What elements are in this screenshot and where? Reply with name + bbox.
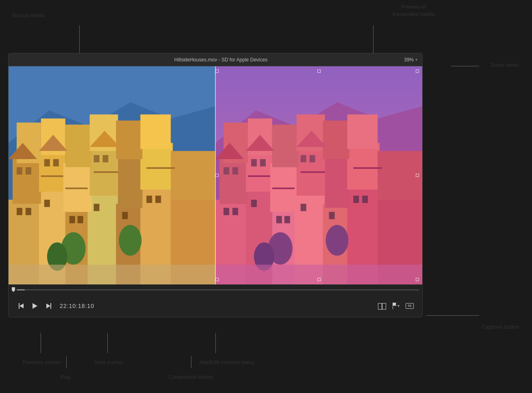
captions-icon: CC bbox=[406, 303, 414, 309]
play-connector bbox=[66, 356, 67, 368]
svg-rect-15 bbox=[171, 151, 215, 200]
svg-rect-85 bbox=[301, 204, 306, 211]
svg-rect-38 bbox=[146, 196, 152, 203]
svg-rect-27 bbox=[44, 159, 50, 166]
handle-mid-right[interactable] bbox=[416, 174, 419, 177]
svg-point-42 bbox=[119, 225, 141, 256]
svg-rect-12 bbox=[90, 147, 120, 196]
zoom-control[interactable]: 39% ▾ bbox=[404, 57, 417, 63]
add-markers-connector bbox=[215, 333, 216, 353]
source-side bbox=[9, 66, 215, 284]
marker-flag-icon bbox=[393, 303, 397, 306]
scrubber-track[interactable] bbox=[17, 289, 419, 290]
prev-marker-connector bbox=[41, 333, 41, 353]
handle-top-right[interactable] bbox=[416, 70, 419, 73]
svg-rect-36 bbox=[94, 204, 100, 211]
zoom-menu-connector bbox=[451, 66, 479, 66]
next-marker-connector bbox=[107, 333, 108, 353]
svg-rect-76 bbox=[251, 159, 257, 166]
zoom-menu-label: Zoom menu bbox=[491, 62, 519, 68]
svg-rect-86 bbox=[329, 212, 334, 219]
handle-bottom-right[interactable] bbox=[416, 278, 419, 281]
svg-rect-61 bbox=[297, 147, 327, 196]
handle-bottom-left[interactable] bbox=[215, 278, 219, 281]
svg-rect-30 bbox=[103, 155, 109, 162]
svg-rect-59 bbox=[246, 151, 272, 192]
svg-rect-18 bbox=[65, 124, 92, 167]
svg-rect-75 bbox=[232, 167, 238, 175]
svg-rect-78 bbox=[301, 155, 306, 162]
svg-rect-62 bbox=[325, 155, 349, 208]
zoom-value: 39% bbox=[404, 57, 414, 63]
marker-chevron-icon: ▾ bbox=[397, 303, 400, 308]
source-media-label: Source media bbox=[12, 12, 45, 18]
title-text: HillsideHouses.mov - SD for Apple Device… bbox=[38, 57, 404, 63]
svg-rect-94 bbox=[272, 188, 295, 189]
skip-tri-right-icon bbox=[46, 303, 50, 308]
source-media-connector bbox=[79, 25, 80, 53]
source-media-svg bbox=[9, 66, 215, 284]
comparison-connector bbox=[191, 356, 191, 368]
marker-pole-icon bbox=[393, 306, 393, 309]
svg-rect-88 bbox=[362, 196, 368, 203]
controls-row: 22:10:18:10 ▾ CC bbox=[9, 295, 422, 317]
svg-rect-43 bbox=[9, 265, 215, 284]
svg-rect-81 bbox=[232, 208, 238, 215]
svg-rect-28 bbox=[53, 159, 59, 166]
previous-marker-button[interactable] bbox=[15, 300, 27, 312]
svg-rect-95 bbox=[301, 171, 325, 173]
svg-rect-47 bbox=[146, 167, 175, 169]
preview-transcoded-connector bbox=[373, 25, 373, 53]
next-marker-icon bbox=[46, 303, 51, 309]
add-edit-markers-button[interactable]: ▾ bbox=[390, 300, 402, 312]
svg-rect-25 bbox=[17, 167, 22, 175]
svg-rect-34 bbox=[69, 216, 75, 223]
scrubber-fill bbox=[17, 289, 25, 290]
title-bar: HillsideHouses.mov - SD for Apple Device… bbox=[9, 53, 422, 66]
player-container: HillsideHouses.mov - SD for Apple Device… bbox=[8, 53, 423, 317]
svg-rect-96 bbox=[353, 167, 382, 169]
marker-icon bbox=[393, 303, 397, 309]
svg-rect-46 bbox=[94, 171, 118, 173]
next-marker-button[interactable] bbox=[43, 300, 55, 312]
play-label: Play bbox=[60, 374, 70, 380]
comparison-button[interactable] bbox=[376, 300, 388, 312]
handle-top-left[interactable] bbox=[215, 70, 219, 73]
playhead-handle[interactable] bbox=[12, 287, 15, 292]
handle-top-center[interactable] bbox=[317, 70, 321, 73]
play-icon bbox=[33, 303, 37, 309]
svg-rect-93 bbox=[248, 175, 270, 177]
zoom-chevron-icon: ▾ bbox=[415, 57, 417, 62]
captions-button[interactable]: CC bbox=[404, 300, 416, 312]
svg-rect-31 bbox=[17, 208, 22, 215]
previous-marker-icon bbox=[19, 303, 24, 309]
svg-rect-20 bbox=[116, 120, 142, 159]
comparison-icon bbox=[378, 303, 386, 309]
video-area bbox=[9, 66, 422, 284]
svg-rect-92 bbox=[215, 265, 422, 284]
timecode-display: 22:10:18:10 bbox=[60, 303, 94, 309]
transcoded-media-svg bbox=[215, 66, 422, 284]
handle-mid-left[interactable] bbox=[215, 174, 219, 177]
svg-rect-39 bbox=[155, 196, 161, 203]
captions-button-label: Captions button bbox=[482, 324, 519, 330]
preview-transcoded-label: Preview of transcoded media bbox=[393, 3, 434, 18]
svg-rect-45 bbox=[65, 188, 88, 189]
svg-rect-10 bbox=[39, 151, 65, 192]
svg-rect-32 bbox=[26, 208, 31, 215]
svg-rect-84 bbox=[284, 216, 290, 223]
next-marker-label: Next marker bbox=[94, 359, 123, 365]
svg-rect-33 bbox=[44, 200, 50, 207]
svg-rect-67 bbox=[272, 124, 299, 167]
previous-marker-label: Previous marker bbox=[22, 359, 61, 365]
svg-rect-82 bbox=[251, 200, 257, 207]
svg-rect-21 bbox=[140, 114, 171, 149]
handle-bottom-center[interactable] bbox=[317, 278, 321, 281]
play-button[interactable] bbox=[29, 300, 41, 312]
svg-rect-26 bbox=[26, 167, 31, 175]
skip-tri-left-icon bbox=[20, 303, 24, 308]
svg-rect-63 bbox=[347, 143, 380, 190]
svg-rect-87 bbox=[353, 196, 359, 203]
svg-rect-44 bbox=[41, 175, 63, 177]
svg-rect-74 bbox=[224, 167, 229, 175]
